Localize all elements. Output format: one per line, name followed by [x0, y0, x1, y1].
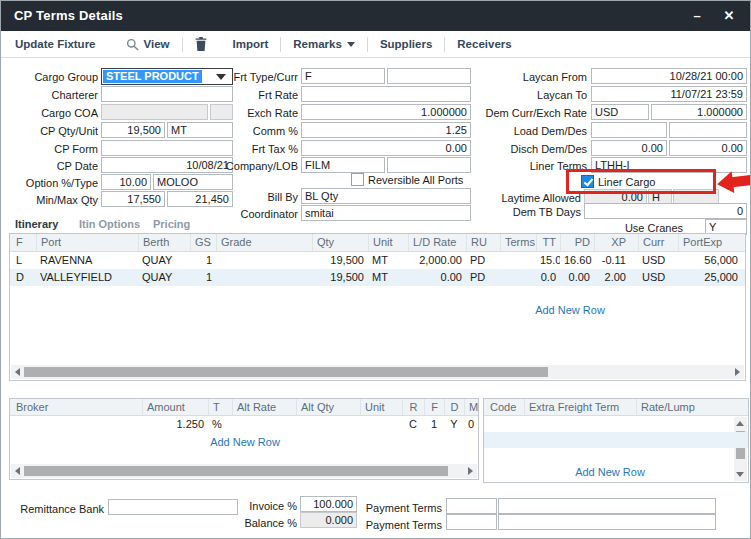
grid-cell[interactable]: QUAY	[138, 252, 190, 269]
grid-cell[interactable]: 0.00	[408, 269, 466, 286]
table-row[interactable]: DVALLEYFIELDQUAY119,500MT0.00PD0.00.002.…	[10, 269, 745, 286]
load-des-field[interactable]	[669, 122, 747, 138]
frt-tax-field[interactable]: 0.00	[301, 140, 471, 156]
grid-cell[interactable]: PD	[466, 252, 500, 269]
grid-cell[interactable]: 1.250	[142, 416, 208, 432]
grid-cell[interactable]: 16.60	[560, 252, 594, 269]
column-header[interactable]: F	[12, 234, 36, 251]
add-new-row-link[interactable]: Add New Row	[490, 304, 650, 316]
column-header[interactable]: M	[464, 399, 478, 415]
table-row[interactable]: LRAVENNAQUAY119,500MT2,000.00PD15.016.60…	[10, 252, 745, 269]
min-qty-field[interactable]: 17,550	[101, 191, 165, 207]
column-header[interactable]: Extra Freight Term	[524, 399, 636, 415]
column-header[interactable]: Unit	[360, 399, 402, 415]
scroll-right-icon[interactable]	[735, 368, 740, 376]
update-fixture-button[interactable]: Update Fixture	[15, 38, 96, 50]
grid-cell[interactable]: D	[12, 269, 36, 286]
horizontal-scrollbar[interactable]	[11, 464, 477, 478]
grid-cell[interactable]	[360, 416, 402, 432]
column-header[interactable]: XP	[594, 234, 630, 251]
column-header[interactable]: TT	[536, 234, 560, 251]
grid-cell[interactable]	[500, 269, 536, 286]
column-header[interactable]: Grade	[216, 234, 312, 251]
grid-cell[interactable]	[524, 432, 636, 448]
grid-cell[interactable]	[486, 416, 524, 432]
scroll-down-icon[interactable]	[736, 472, 744, 477]
grid-cell[interactable]: 56,000	[678, 252, 742, 269]
grid-cell[interactable]	[12, 416, 142, 432]
payment-terms-2-field[interactable]	[498, 514, 716, 530]
scroll-right-icon[interactable]	[468, 467, 473, 475]
option-pct-field[interactable]: 10.00	[101, 174, 151, 190]
grid-cell[interactable]: MT	[368, 252, 408, 269]
grid-cell[interactable]: L	[12, 252, 36, 269]
grid-cell[interactable]: PD	[466, 269, 500, 286]
lob-field[interactable]	[387, 157, 471, 173]
horizontal-scrollbar[interactable]	[11, 365, 744, 379]
scrollbar-thumb[interactable]	[24, 367, 548, 377]
frt-rate-field[interactable]	[301, 86, 471, 102]
column-header[interactable]: Berth	[138, 234, 190, 251]
grid-cell[interactable]: RAVENNA	[36, 252, 136, 269]
remarks-button[interactable]: Remarks	[293, 38, 355, 50]
column-header[interactable]: RU	[466, 234, 500, 251]
grid-cell[interactable]: 1	[190, 252, 216, 269]
grid-cell[interactable]: 25,000	[678, 269, 742, 286]
laycan-to-field[interactable]: 11/07/21 23:59	[591, 86, 747, 102]
frt-curr-field[interactable]	[387, 68, 471, 84]
grid-cell[interactable]	[486, 432, 524, 448]
grid-cell[interactable]	[216, 269, 312, 286]
grid-cell[interactable]	[216, 252, 312, 269]
frt-type-field[interactable]: F	[301, 68, 385, 84]
add-new-row-link[interactable]: Add New Row	[484, 466, 736, 478]
grid-cell[interactable]	[636, 416, 734, 432]
column-header[interactable]: Alt Rate	[232, 399, 296, 415]
column-header[interactable]: PD	[560, 234, 594, 251]
suppliers-button[interactable]: Suppliers	[380, 38, 432, 50]
tab-itin-options[interactable]: Itin Options	[79, 218, 140, 230]
table-row[interactable]	[484, 416, 748, 432]
comm-pct-field[interactable]: 1.25	[301, 122, 471, 138]
bill-by-field[interactable]: BL Qty	[301, 188, 471, 204]
grid-cell[interactable]: VALLEYFIELD	[36, 269, 136, 286]
grid-cell[interactable]: 0.0	[536, 269, 560, 286]
grid-cell[interactable]: QUAY	[138, 269, 190, 286]
column-header[interactable]: Port	[36, 234, 136, 251]
column-header[interactable]: PortExp	[678, 234, 742, 251]
scroll-left-icon[interactable]	[15, 368, 20, 376]
grid-cell[interactable]	[296, 416, 360, 432]
column-header[interactable]: Terms	[500, 234, 536, 251]
grid-cell[interactable]: USD	[638, 252, 678, 269]
column-header[interactable]: F	[424, 399, 444, 415]
import-button[interactable]: Import	[233, 38, 269, 50]
column-header[interactable]: D	[444, 399, 464, 415]
coordinator-field[interactable]: smitai	[301, 205, 471, 221]
grid-cell[interactable]	[636, 432, 734, 448]
company-field[interactable]: FILM	[301, 157, 385, 173]
column-header[interactable]: Rate/Lump	[636, 399, 734, 415]
grid-cell[interactable]: 19,500	[312, 269, 368, 286]
receivers-button[interactable]: Receivers	[457, 38, 511, 50]
disch-des-field[interactable]: 0.00	[669, 140, 747, 156]
grid-cell[interactable]: 1	[424, 416, 444, 432]
add-new-row-link[interactable]: Add New Row	[180, 436, 310, 448]
grid-cell[interactable]	[232, 416, 296, 432]
column-header[interactable]: Broker	[12, 399, 142, 415]
column-header[interactable]: Qty	[312, 234, 368, 251]
reversible-all-ports-checkbox[interactable]	[351, 173, 364, 186]
column-header[interactable]: Alt Qty	[296, 399, 360, 415]
payment-terms-2-code-field[interactable]	[446, 514, 497, 530]
laycan-from-field[interactable]: 10/28/21 00:00	[591, 68, 747, 84]
grid-cell[interactable]: 1	[190, 269, 216, 286]
option-type-field[interactable]: MOLOO	[153, 174, 233, 190]
scroll-left-icon[interactable]	[15, 467, 20, 475]
grid-cell[interactable]: MT	[368, 269, 408, 286]
payment-terms-1-code-field[interactable]	[446, 498, 497, 514]
scrollbar-thumb[interactable]	[24, 466, 448, 476]
grid-cell[interactable]: 2.00	[594, 269, 630, 286]
column-header[interactable]: Unit	[368, 234, 408, 251]
grid-cell[interactable]: 2,000.00	[408, 252, 466, 269]
grid-cell[interactable]	[500, 252, 536, 269]
exch-rate-field[interactable]: 1.000000	[301, 104, 471, 120]
payment-terms-1-field[interactable]	[498, 498, 716, 514]
